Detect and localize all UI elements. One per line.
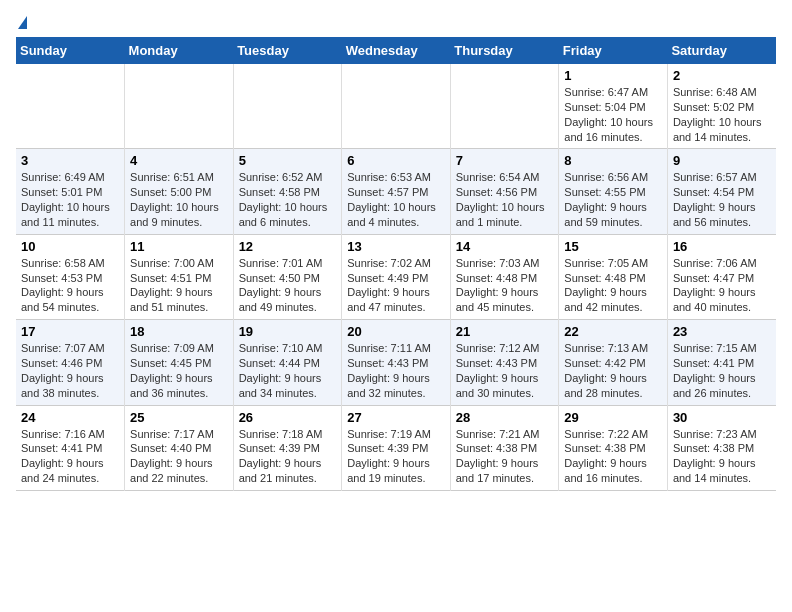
- day-cell-1: 1Sunrise: 6:47 AMSunset: 5:04 PMDaylight…: [559, 64, 668, 149]
- day-cell-23: 23Sunrise: 7:15 AMSunset: 4:41 PMDayligh…: [667, 320, 776, 405]
- day-number: 9: [673, 153, 771, 168]
- day-info: Sunrise: 7:15 AMSunset: 4:41 PMDaylight:…: [673, 341, 771, 400]
- day-info: Sunrise: 7:18 AMSunset: 4:39 PMDaylight:…: [239, 427, 337, 486]
- day-cell-22: 22Sunrise: 7:13 AMSunset: 4:42 PMDayligh…: [559, 320, 668, 405]
- weekday-header-wednesday: Wednesday: [342, 37, 451, 64]
- day-number: 12: [239, 239, 337, 254]
- day-number: 19: [239, 324, 337, 339]
- day-number: 10: [21, 239, 119, 254]
- day-info: Sunrise: 7:10 AMSunset: 4:44 PMDaylight:…: [239, 341, 337, 400]
- day-info: Sunrise: 7:09 AMSunset: 4:45 PMDaylight:…: [130, 341, 228, 400]
- day-number: 27: [347, 410, 445, 425]
- day-info: Sunrise: 7:16 AMSunset: 4:41 PMDaylight:…: [21, 427, 119, 486]
- day-cell-18: 18Sunrise: 7:09 AMSunset: 4:45 PMDayligh…: [125, 320, 234, 405]
- day-number: 1: [564, 68, 662, 83]
- day-info: Sunrise: 6:47 AMSunset: 5:04 PMDaylight:…: [564, 85, 662, 144]
- day-number: 6: [347, 153, 445, 168]
- day-number: 7: [456, 153, 554, 168]
- day-info: Sunrise: 7:00 AMSunset: 4:51 PMDaylight:…: [130, 256, 228, 315]
- day-info: Sunrise: 6:57 AMSunset: 4:54 PMDaylight:…: [673, 170, 771, 229]
- day-cell-19: 19Sunrise: 7:10 AMSunset: 4:44 PMDayligh…: [233, 320, 342, 405]
- day-number: 8: [564, 153, 662, 168]
- empty-cell: [125, 64, 234, 149]
- day-info: Sunrise: 7:23 AMSunset: 4:38 PMDaylight:…: [673, 427, 771, 486]
- weekday-header-row: SundayMondayTuesdayWednesdayThursdayFrid…: [16, 37, 776, 64]
- day-info: Sunrise: 6:56 AMSunset: 4:55 PMDaylight:…: [564, 170, 662, 229]
- day-cell-15: 15Sunrise: 7:05 AMSunset: 4:48 PMDayligh…: [559, 234, 668, 319]
- day-info: Sunrise: 6:51 AMSunset: 5:00 PMDaylight:…: [130, 170, 228, 229]
- day-number: 29: [564, 410, 662, 425]
- day-cell-28: 28Sunrise: 7:21 AMSunset: 4:38 PMDayligh…: [450, 405, 559, 490]
- day-number: 17: [21, 324, 119, 339]
- day-cell-24: 24Sunrise: 7:16 AMSunset: 4:41 PMDayligh…: [16, 405, 125, 490]
- day-info: Sunrise: 7:02 AMSunset: 4:49 PMDaylight:…: [347, 256, 445, 315]
- day-info: Sunrise: 6:58 AMSunset: 4:53 PMDaylight:…: [21, 256, 119, 315]
- day-cell-4: 4Sunrise: 6:51 AMSunset: 5:00 PMDaylight…: [125, 149, 234, 234]
- week-row-2: 3Sunrise: 6:49 AMSunset: 5:01 PMDaylight…: [16, 149, 776, 234]
- day-number: 22: [564, 324, 662, 339]
- empty-cell: [233, 64, 342, 149]
- week-row-3: 10Sunrise: 6:58 AMSunset: 4:53 PMDayligh…: [16, 234, 776, 319]
- day-cell-26: 26Sunrise: 7:18 AMSunset: 4:39 PMDayligh…: [233, 405, 342, 490]
- day-number: 24: [21, 410, 119, 425]
- day-cell-20: 20Sunrise: 7:11 AMSunset: 4:43 PMDayligh…: [342, 320, 451, 405]
- day-info: Sunrise: 7:12 AMSunset: 4:43 PMDaylight:…: [456, 341, 554, 400]
- day-number: 26: [239, 410, 337, 425]
- day-number: 16: [673, 239, 771, 254]
- day-cell-21: 21Sunrise: 7:12 AMSunset: 4:43 PMDayligh…: [450, 320, 559, 405]
- logo-triangle-icon: [18, 16, 27, 29]
- weekday-header-monday: Monday: [125, 37, 234, 64]
- day-number: 2: [673, 68, 771, 83]
- day-cell-10: 10Sunrise: 6:58 AMSunset: 4:53 PMDayligh…: [16, 234, 125, 319]
- day-number: 11: [130, 239, 228, 254]
- week-row-4: 17Sunrise: 7:07 AMSunset: 4:46 PMDayligh…: [16, 320, 776, 405]
- day-number: 4: [130, 153, 228, 168]
- day-cell-7: 7Sunrise: 6:54 AMSunset: 4:56 PMDaylight…: [450, 149, 559, 234]
- day-cell-29: 29Sunrise: 7:22 AMSunset: 4:38 PMDayligh…: [559, 405, 668, 490]
- day-info: Sunrise: 6:54 AMSunset: 4:56 PMDaylight:…: [456, 170, 554, 229]
- day-info: Sunrise: 7:03 AMSunset: 4:48 PMDaylight:…: [456, 256, 554, 315]
- day-info: Sunrise: 7:07 AMSunset: 4:46 PMDaylight:…: [21, 341, 119, 400]
- weekday-header-thursday: Thursday: [450, 37, 559, 64]
- day-cell-30: 30Sunrise: 7:23 AMSunset: 4:38 PMDayligh…: [667, 405, 776, 490]
- page-header: [16, 16, 776, 25]
- day-info: Sunrise: 7:21 AMSunset: 4:38 PMDaylight:…: [456, 427, 554, 486]
- day-info: Sunrise: 7:13 AMSunset: 4:42 PMDaylight:…: [564, 341, 662, 400]
- day-cell-5: 5Sunrise: 6:52 AMSunset: 4:58 PMDaylight…: [233, 149, 342, 234]
- day-info: Sunrise: 7:19 AMSunset: 4:39 PMDaylight:…: [347, 427, 445, 486]
- day-info: Sunrise: 6:48 AMSunset: 5:02 PMDaylight:…: [673, 85, 771, 144]
- day-cell-6: 6Sunrise: 6:53 AMSunset: 4:57 PMDaylight…: [342, 149, 451, 234]
- day-info: Sunrise: 7:05 AMSunset: 4:48 PMDaylight:…: [564, 256, 662, 315]
- day-cell-17: 17Sunrise: 7:07 AMSunset: 4:46 PMDayligh…: [16, 320, 125, 405]
- week-row-1: 1Sunrise: 6:47 AMSunset: 5:04 PMDaylight…: [16, 64, 776, 149]
- day-info: Sunrise: 7:01 AMSunset: 4:50 PMDaylight:…: [239, 256, 337, 315]
- day-number: 21: [456, 324, 554, 339]
- day-number: 3: [21, 153, 119, 168]
- day-number: 30: [673, 410, 771, 425]
- day-info: Sunrise: 7:06 AMSunset: 4:47 PMDaylight:…: [673, 256, 771, 315]
- day-number: 14: [456, 239, 554, 254]
- weekday-header-sunday: Sunday: [16, 37, 125, 64]
- day-cell-12: 12Sunrise: 7:01 AMSunset: 4:50 PMDayligh…: [233, 234, 342, 319]
- empty-cell: [16, 64, 125, 149]
- day-cell-25: 25Sunrise: 7:17 AMSunset: 4:40 PMDayligh…: [125, 405, 234, 490]
- day-cell-27: 27Sunrise: 7:19 AMSunset: 4:39 PMDayligh…: [342, 405, 451, 490]
- empty-cell: [450, 64, 559, 149]
- day-number: 5: [239, 153, 337, 168]
- day-number: 28: [456, 410, 554, 425]
- weekday-header-tuesday: Tuesday: [233, 37, 342, 64]
- day-cell-8: 8Sunrise: 6:56 AMSunset: 4:55 PMDaylight…: [559, 149, 668, 234]
- day-cell-2: 2Sunrise: 6:48 AMSunset: 5:02 PMDaylight…: [667, 64, 776, 149]
- day-cell-13: 13Sunrise: 7:02 AMSunset: 4:49 PMDayligh…: [342, 234, 451, 319]
- day-cell-16: 16Sunrise: 7:06 AMSunset: 4:47 PMDayligh…: [667, 234, 776, 319]
- calendar-table: SundayMondayTuesdayWednesdayThursdayFrid…: [16, 37, 776, 491]
- weekday-header-friday: Friday: [559, 37, 668, 64]
- day-info: Sunrise: 7:17 AMSunset: 4:40 PMDaylight:…: [130, 427, 228, 486]
- day-number: 15: [564, 239, 662, 254]
- day-number: 13: [347, 239, 445, 254]
- week-row-5: 24Sunrise: 7:16 AMSunset: 4:41 PMDayligh…: [16, 405, 776, 490]
- day-info: Sunrise: 7:11 AMSunset: 4:43 PMDaylight:…: [347, 341, 445, 400]
- day-number: 23: [673, 324, 771, 339]
- weekday-header-saturday: Saturday: [667, 37, 776, 64]
- day-cell-11: 11Sunrise: 7:00 AMSunset: 4:51 PMDayligh…: [125, 234, 234, 319]
